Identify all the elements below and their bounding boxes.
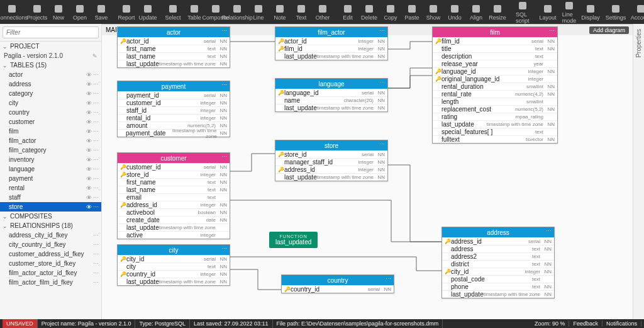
more-icon[interactable]: ⋯: [549, 28, 555, 34]
entity-header[interactable]: actor⋯: [118, 27, 230, 37]
column-row[interactable]: rental_ratenumeric(4,2)NN: [433, 90, 557, 98]
entity-address[interactable]: address⋯🔑address_idserialNNaddresstextNN…: [441, 227, 555, 298]
column-row[interactable]: 🔑film_idintegerNN: [275, 45, 387, 52]
column-row[interactable]: replacement_costnumeric(5,2)NN: [433, 105, 557, 113]
status-notifications[interactable]: Notifications: [602, 320, 641, 327]
column-row[interactable]: address2text: [442, 252, 554, 260]
table-item-staff[interactable]: staff👁⋯: [0, 193, 101, 202]
column-row[interactable]: 🔑country_idserialNN: [282, 285, 394, 293]
column-row[interactable]: 🔑country_idintegerNN: [118, 270, 230, 278]
column-row[interactable]: 🔑store_idserialNN: [275, 150, 387, 158]
relationships-group[interactable]: ⌄RELATIONSHIPS (18): [0, 221, 101, 230]
column-row[interactable]: last_updatetimestamp with time zone: [118, 223, 230, 231]
entity-payment[interactable]: payment⋯payment_idserialNNcustomer_idint…: [117, 81, 230, 137]
function-badge[interactable]: FUNCTIONlast_updated: [269, 232, 318, 248]
column-row[interactable]: 🔑language_idintegerNN: [433, 67, 557, 75]
properties-panel-toggle[interactable]: Properties: [633, 24, 644, 319]
more-icon[interactable]: ⋯: [379, 28, 385, 34]
show-button[interactable]: Show: [423, 0, 444, 24]
column-row[interactable]: 🔑actor_idserialNN: [118, 37, 230, 45]
eye-icon[interactable]: 👁: [86, 138, 92, 144]
column-row[interactable]: 🔑address_idintegerNN: [118, 201, 230, 208]
status-feedback[interactable]: Feedback: [569, 320, 602, 327]
entity-header[interactable]: city⋯: [118, 245, 230, 255]
eye-icon[interactable]: 👁: [86, 91, 92, 97]
more-icon[interactable]: ⋯: [93, 232, 99, 239]
more-icon[interactable]: ⋯: [93, 91, 99, 97]
column-row[interactable]: last_updatetimestamp with time zoneNN: [442, 290, 554, 298]
column-row[interactable]: last_nametextNN: [118, 186, 230, 193]
rel-item[interactable]: customer_store_id_fkey⋯: [0, 259, 101, 268]
more-icon[interactable]: ⋯: [93, 195, 99, 201]
more-icon[interactable]: ⋯: [93, 261, 99, 267]
column-row[interactable]: activeboolbooleanNN: [118, 208, 230, 216]
column-row[interactable]: ratingmpaa_rating: [433, 113, 557, 120]
column-row[interactable]: lengthsmallint: [433, 98, 557, 105]
projects-button[interactable]: Projects: [26, 0, 48, 24]
report-button[interactable]: Report: [116, 0, 137, 24]
column-row[interactable]: last_updatetimestamp with time zoneNN: [118, 60, 230, 67]
more-icon[interactable]: ⋯: [93, 204, 99, 210]
status-zoom[interactable]: Zoom: 90 %: [531, 320, 570, 327]
table-item-customer[interactable]: customer👁⋯: [0, 117, 101, 127]
column-row[interactable]: 🔑actor_idintegerNN: [275, 37, 387, 45]
more-icon[interactable]: ⋯: [93, 166, 99, 172]
edit-button[interactable]: Edit: [337, 0, 358, 24]
column-row[interactable]: customer_idintegerNN: [118, 99, 230, 106]
table-item-film_actor[interactable]: film_actor👁⋯: [0, 136, 101, 145]
column-row[interactable]: first_nametextNN: [118, 178, 230, 186]
layout-button[interactable]: Layout: [537, 0, 558, 24]
more-icon[interactable]: ⋯: [221, 82, 227, 88]
text-button[interactable]: Text: [291, 0, 312, 24]
column-row[interactable]: 🔑city_idserialNN: [118, 255, 230, 263]
tables-group[interactable]: ⌄TABLES (15): [0, 60, 101, 70]
column-row[interactable]: create_datedateNN: [118, 216, 230, 223]
table-item-payment[interactable]: payment👁⋯: [0, 174, 101, 183]
eye-icon[interactable]: 👁: [86, 157, 92, 163]
align-button[interactable]: Align: [465, 0, 487, 24]
table-item-country[interactable]: country👁⋯: [0, 108, 101, 117]
column-row[interactable]: last_updatetimestamp with time zoneNN: [275, 173, 387, 181]
table-item-city[interactable]: city👁⋯: [0, 98, 101, 108]
column-row[interactable]: 🔑address_idserialNN: [442, 237, 554, 245]
account-button[interactable]: Account: [630, 0, 644, 24]
entity-country[interactable]: country⋯🔑country_idserialNN: [281, 274, 394, 293]
more-icon[interactable]: ⋯: [93, 185, 99, 191]
eye-icon[interactable]: 👁: [86, 100, 92, 106]
table-item-address[interactable]: address👁⋯: [0, 79, 101, 89]
more-icon[interactable]: ⋯: [93, 242, 99, 248]
filter-input[interactable]: [3, 26, 99, 38]
paste-button[interactable]: Paste: [401, 0, 423, 24]
eye-icon[interactable]: 👁: [86, 128, 92, 135]
entity-film_actor[interactable]: film_actor⋯🔑actor_idintegerNN🔑film_idint…: [275, 26, 388, 60]
eye-icon[interactable]: 👁: [86, 72, 92, 78]
copy-button[interactable]: Copy: [380, 0, 401, 24]
more-icon[interactable]: ⋯: [379, 79, 385, 86]
column-row[interactable]: rental_idintegerNN: [118, 114, 230, 122]
column-row[interactable]: phonetextNN: [442, 283, 554, 290]
more-icon[interactable]: ⋯: [221, 154, 227, 160]
entity-actor[interactable]: actor⋯🔑actor_idserialNNfirst_nametextNNl…: [117, 26, 230, 68]
entity-header[interactable]: customer⋯: [118, 153, 230, 163]
table-item-rental[interactable]: rental👁⋯: [0, 183, 101, 193]
more-icon[interactable]: ⋯: [93, 81, 99, 88]
rel-item[interactable]: city_country_id_fkey⋯: [0, 240, 101, 249]
entity-film[interactable]: film⋯🔑film_idserialNNtitletextNNdescript…: [432, 26, 558, 144]
more-icon[interactable]: ⋯: [379, 141, 385, 147]
column-row[interactable]: fulltexttsvectorNN: [433, 135, 557, 143]
rel-item[interactable]: film_actor_actor_id_fkey⋯: [0, 268, 101, 278]
eye-icon[interactable]: 👁: [86, 204, 92, 210]
eye-icon[interactable]: 👁: [86, 110, 92, 116]
more-icon[interactable]: ⋯: [93, 270, 99, 276]
table-item-film_category[interactable]: film_category👁⋯: [0, 145, 101, 155]
line-button[interactable]: Line: [248, 0, 269, 24]
more-icon[interactable]: ⋯: [93, 280, 99, 286]
open-button[interactable]: Open: [69, 0, 91, 24]
column-row[interactable]: addresstextNN: [442, 245, 554, 252]
rel-item[interactable]: film_actor_film_id_fkey⋯: [0, 278, 101, 287]
column-row[interactable]: payment_idserialNN: [118, 91, 230, 99]
rel-item[interactable]: customer_address_id_fkey⋯: [0, 249, 101, 259]
column-row[interactable]: payment_datetimestamp with time zoneNN: [118, 129, 230, 137]
eye-icon[interactable]: 👁: [86, 166, 92, 172]
more-icon[interactable]: ⋯: [386, 276, 391, 282]
